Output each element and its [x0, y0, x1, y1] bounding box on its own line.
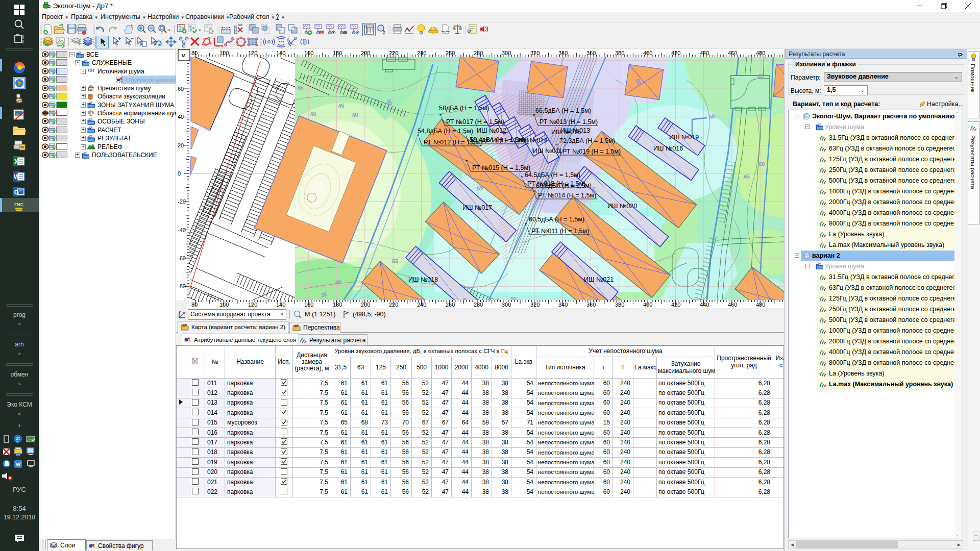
svg-text:440: 440: [700, 50, 709, 56]
svg-text:64,5дБА (Н = 1,5м): 64,5дБА (Н = 1,5м): [525, 171, 580, 179]
svg-text:РТ №017 (Н = 1,5м): РТ №017 (Н = 1,5м): [446, 118, 504, 126]
svg-text:240: 240: [417, 302, 426, 308]
svg-text:50: 50: [708, 113, 716, 120]
svg-text:54,8дБА (Н = 1,5м): 54,8дБА (Н = 1,5м): [418, 128, 473, 135]
svg-text:ИШ №016: ИШ №016: [653, 145, 683, 152]
svg-text:460: 460: [728, 50, 737, 56]
svg-text:380: 380: [615, 302, 624, 308]
svg-text:220: 220: [389, 50, 398, 56]
svg-text:45: 45: [743, 173, 750, 180]
svg-text:45: 45: [338, 102, 345, 109]
svg-text:-60: -60: [178, 255, 186, 261]
svg-text:-80: -80: [178, 283, 186, 289]
svg-text:420: 420: [671, 302, 680, 308]
svg-text:-40: -40: [178, 227, 186, 233]
svg-text:420: 420: [671, 50, 680, 56]
svg-text:200: 200: [361, 302, 370, 308]
svg-text:460: 460: [728, 302, 737, 308]
svg-text:300: 300: [502, 50, 511, 56]
svg-text:0: 0: [178, 170, 181, 177]
svg-text:360: 360: [586, 50, 596, 56]
svg-text:240: 240: [417, 50, 426, 56]
svg-text:ИШ №014: ИШ №014: [518, 137, 547, 144]
svg-text:м: м: [182, 52, 186, 58]
svg-text:40: 40: [310, 110, 317, 117]
svg-text:320: 320: [530, 50, 540, 56]
svg-text:20: 20: [178, 142, 184, 148]
svg-text:280: 280: [474, 50, 483, 56]
svg-text:440: 440: [700, 302, 709, 308]
svg-text:140: 140: [276, 50, 285, 56]
svg-text:220: 220: [389, 302, 398, 308]
svg-text:ИШ №017: ИШ №017: [462, 204, 492, 211]
svg-text:340: 340: [558, 50, 568, 56]
svg-text:ГИС: ГИС: [14, 202, 24, 207]
svg-text:*: *: [521, 174, 523, 181]
svg-text:ИШ №018: ИШ №018: [408, 276, 438, 283]
svg-text:80: 80: [191, 302, 198, 308]
svg-text:60,8дБА (Н = 1,5м): 60,8дБА (Н = 1,5м): [536, 182, 592, 189]
svg-text:160: 160: [304, 302, 313, 308]
svg-text:360: 360: [586, 302, 596, 308]
svg-text:40: 40: [352, 111, 359, 118]
svg-text:80: 80: [191, 50, 198, 56]
svg-text:35: 35: [321, 291, 328, 298]
svg-text:-20: -20: [178, 198, 186, 205]
svg-text:380: 380: [615, 50, 624, 56]
svg-text:*: *: [439, 113, 442, 119]
svg-text:РТ №011 (Н = 1,5м): РТ №011 (Н = 1,5м): [531, 228, 589, 235]
svg-text:72,3дБА (Н = 1,5м): 72,3дБА (Н = 1,5м): [559, 137, 615, 144]
svg-text:40: 40: [335, 279, 342, 286]
svg-text:120: 120: [248, 50, 257, 56]
svg-text:400: 400: [643, 302, 652, 308]
svg-text:*: *: [465, 159, 468, 165]
svg-text:260: 260: [446, 50, 455, 56]
svg-text:60,5дБА (Н = 1,5м): 60,5дБА (Н = 1,5м): [529, 216, 584, 223]
svg-text:РТ №013 (Н = 1,5м): РТ №013 (Н = 1,5м): [540, 118, 598, 126]
svg-text:140: 140: [276, 302, 285, 308]
svg-text:ИШ №021: ИШ №021: [584, 276, 614, 283]
svg-text:РТ №015 (Н = 1,5м): РТ №015 (Н = 1,5м): [472, 164, 530, 171]
svg-text:W: W: [14, 173, 20, 181]
svg-text:180: 180: [333, 50, 342, 56]
svg-text:300: 300: [502, 302, 511, 308]
svg-text:160: 160: [304, 50, 313, 56]
svg-text:РТ №019 (Н = 1,5м): РТ №019 (Н = 1,5м): [562, 148, 621, 155]
svg-text:РТ №014 (Н = 1,5м): РТ №014 (Н = 1,5м): [538, 192, 596, 199]
svg-text:120: 120: [248, 302, 257, 308]
svg-text:45: 45: [757, 72, 764, 80]
svg-text:66,5дБА (Н = 1,5м): 66,5дБА (Н = 1,5м): [535, 107, 591, 114]
svg-text:480: 480: [756, 50, 765, 56]
svg-text:400: 400: [643, 50, 652, 56]
svg-text:O: O: [14, 189, 19, 196]
svg-text:ИШ №019: ИШ №019: [669, 134, 699, 141]
svg-text:280: 280: [474, 302, 483, 308]
svg-text:480: 480: [756, 302, 765, 308]
svg-text:ИШ №011: ИШ №011: [533, 147, 562, 155]
svg-text:180: 180: [333, 302, 342, 308]
svg-text:*: *: [525, 222, 527, 228]
svg-text:320: 320: [530, 302, 540, 308]
svg-text:50: 50: [758, 160, 766, 167]
svg-text:200: 200: [361, 50, 370, 56]
svg-text:60: 60: [178, 86, 184, 92]
svg-text:ИШ №012: ИШ №012: [477, 127, 506, 134]
svg-text:55: 55: [392, 258, 398, 264]
svg-text:58дБА (Н = 1,5м): 58дБА (Н = 1,5м): [439, 105, 489, 112]
svg-text:40: 40: [178, 114, 184, 120]
svg-text:260: 260: [446, 302, 455, 308]
svg-text:340: 340: [558, 302, 568, 308]
svg-text:ИШ №020: ИШ №020: [607, 203, 637, 210]
svg-text:ИШ №015: ИШ №015: [551, 129, 581, 136]
svg-text:100: 100: [219, 302, 229, 308]
svg-text:X: X: [14, 158, 18, 165]
svg-text:45: 45: [297, 84, 304, 91]
svg-text:100: 100: [219, 50, 229, 56]
